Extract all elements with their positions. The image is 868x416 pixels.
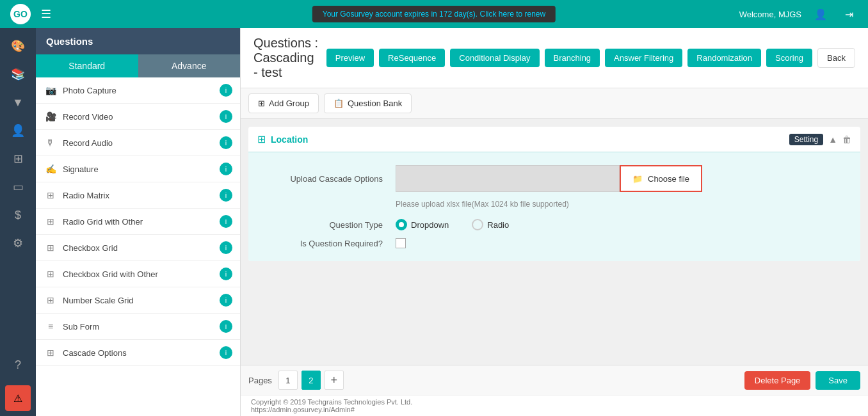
radio-grid-other-info[interactable]: i <box>220 215 232 228</box>
sidebar-item-design[interactable]: 🎨 <box>5 33 31 59</box>
cascade-options-icon: ⊞ <box>44 346 58 360</box>
sub-form-icon: ≡ <box>44 319 58 333</box>
upload-cascade-label: Upload Cascade Options <box>268 174 396 184</box>
setting-badge: Setting <box>789 134 823 145</box>
sidebar-item-help[interactable]: ? <box>5 352 31 378</box>
question-type-label: Question Type <box>268 220 396 230</box>
list-item[interactable]: ⊞ Cascade Options i <box>36 340 240 366</box>
sidebar-item-layout[interactable]: ▭ <box>5 174 31 200</box>
list-item[interactable]: ≡ Sub Form i <box>36 314 240 340</box>
list-item[interactable]: 🎥 Record Video i <box>36 104 240 130</box>
sidebar-item-library[interactable]: 📚 <box>5 61 31 87</box>
question-type-options: Dropdown Radio <box>396 219 522 230</box>
question-card-actions: Setting ▲ 🗑 <box>789 134 851 145</box>
question-bank-icon: 📋 <box>334 99 344 108</box>
dropdown-radio[interactable] <box>396 219 407 230</box>
required-row: Is Question Required? <box>268 238 841 248</box>
list-item[interactable]: ⊞ Radio Grid with Other i <box>36 209 240 235</box>
list-item[interactable]: ⊞ Checkbox Grid i <box>36 235 240 261</box>
record-video-icon: 🎥 <box>44 109 58 124</box>
radio-radio[interactable] <box>472 219 483 230</box>
questions-panel: Questions Standard Advance 📷 Photo Captu… <box>36 28 241 416</box>
upload-input[interactable] <box>396 165 620 192</box>
alert-banner: Your Gosurvey account expires in 172 day… <box>312 6 556 22</box>
renew-link[interactable]: Click here to renew <box>479 10 545 19</box>
number-scale-grid-icon: ⊞ <box>44 293 58 307</box>
sub-form-info[interactable]: i <box>220 320 232 333</box>
question-bank-button[interactable]: 📋 Question Bank <box>324 93 412 113</box>
radio-grid-other-icon: ⊞ <box>44 214 58 228</box>
list-item[interactable]: 📷 Photo Capture i <box>36 77 240 104</box>
list-item[interactable]: ⊞ Checkbox Grid with Other i <box>36 261 240 287</box>
page-2[interactable]: 2 <box>301 371 321 390</box>
logout-icon[interactable]: ⇥ <box>840 5 858 23</box>
list-item[interactable]: ⊞ Number Scale Grid i <box>36 287 240 314</box>
record-audio-info[interactable]: i <box>220 136 232 149</box>
scoring-button[interactable]: Scoring <box>766 49 812 67</box>
tab-advance[interactable]: Advance <box>138 54 241 77</box>
photo-capture-info[interactable]: i <box>220 84 232 97</box>
sidebar-item-filter[interactable]: ▼ <box>5 90 31 115</box>
upload-row: Upload Cascade Options 📁 Choose file <box>268 165 841 192</box>
location-icon: ⊞ <box>257 133 266 145</box>
question-card: ⊞ Location Setting ▲ 🗑 Upload Cascade Op… <box>248 127 860 261</box>
page-header: Questions : Cascading - test Preview ReS… <box>241 28 868 88</box>
sidebar-item-billing[interactable]: $ <box>5 202 31 228</box>
folder-icon: 📁 <box>632 174 643 184</box>
welcome-text: Welcome, MJGS <box>739 10 801 19</box>
delete-page-button[interactable]: Delete Page <box>744 371 811 390</box>
preview-button[interactable]: Preview <box>326 49 374 67</box>
choose-file-button[interactable]: 📁 Choose file <box>620 165 702 192</box>
radio-option[interactable]: Radio <box>472 219 509 230</box>
sidebar-item-settings[interactable]: ⚙ <box>5 230 31 256</box>
back-button[interactable]: Back <box>817 48 855 68</box>
randomization-button[interactable]: Randomization <box>687 49 761 67</box>
topbar-right: Welcome, MJGS 👤 ⇥ <box>739 5 858 23</box>
sidebar-item-alert[interactable]: ⚠ <box>5 385 31 411</box>
delete-question-icon[interactable]: 🗑 <box>842 134 851 145</box>
upload-field-group: 📁 Choose file <box>396 165 702 192</box>
checkbox-grid-icon: ⊞ <box>44 241 58 255</box>
upload-hint: Please upload xlsx file(Max 1024 kb file… <box>396 200 841 209</box>
content-area: ⊞ Location Setting ▲ 🗑 Upload Cascade Op… <box>241 119 868 365</box>
required-checkbox[interactable] <box>396 238 406 248</box>
radio-matrix-info[interactable]: i <box>220 189 232 202</box>
copyright-bar: Copyright © 2019 Techgrains Technologies… <box>241 395 868 416</box>
add-page-button[interactable]: + <box>325 371 344 390</box>
resequence-button[interactable]: ReSequence <box>379 49 445 67</box>
add-group-button[interactable]: ⊞ Add Group <box>248 93 319 113</box>
main-layout: 🎨 📚 ▼ 👤 ⊞ ▭ $ ⚙ ? ⚠ Questions Standard A… <box>0 28 868 416</box>
save-button[interactable]: Save <box>816 371 860 390</box>
signature-icon: ✍ <box>44 162 58 176</box>
checkbox-grid-info[interactable]: i <box>220 241 232 254</box>
number-scale-grid-info[interactable]: i <box>220 294 232 307</box>
conditional-display-button[interactable]: Conditional Display <box>450 49 539 67</box>
questions-tabs: Standard Advance <box>36 54 240 77</box>
page-1[interactable]: 1 <box>278 371 298 390</box>
sidebar-item-grid[interactable]: ⊞ <box>5 146 31 172</box>
record-video-info[interactable]: i <box>220 110 232 123</box>
bottom-right-actions: Delete Page Save <box>744 371 860 390</box>
checkbox-grid-other-info[interactable]: i <box>220 268 232 280</box>
sidebar-item-user[interactable]: 👤 <box>5 118 31 143</box>
list-item[interactable]: ⊞ Radio Matrix i <box>36 182 240 209</box>
list-item[interactable]: ✍ Signature i <box>36 156 240 182</box>
menu-icon[interactable]: ☰ <box>41 7 51 21</box>
required-label: Is Question Required? <box>268 239 396 248</box>
signature-info[interactable]: i <box>220 163 232 175</box>
cascade-options-info[interactable]: i <box>220 346 232 359</box>
question-card-title: Location <box>271 134 308 145</box>
answer-filtering-button[interactable]: Answer Filtering <box>605 49 682 67</box>
icon-sidebar: 🎨 📚 ▼ 👤 ⊞ ▭ $ ⚙ ? ⚠ <box>0 28 36 416</box>
bottom-bar: Pages 1 2 + Delete Page Save <box>241 365 868 395</box>
tab-standard[interactable]: Standard <box>36 54 138 77</box>
main-content: Questions : Cascading - test Preview ReS… <box>241 28 868 416</box>
branching-button[interactable]: Branching <box>545 49 600 67</box>
pages-label: Pages <box>248 376 272 385</box>
add-group-icon: ⊞ <box>258 99 265 108</box>
dropdown-option[interactable]: Dropdown <box>396 219 449 230</box>
chevron-up-icon[interactable]: ▲ <box>828 134 837 145</box>
topbar: GO ☰ Your Gosurvey account expires in 17… <box>0 0 868 28</box>
user-icon[interactable]: 👤 <box>812 5 830 23</box>
list-item[interactable]: 🎙 Record Audio i <box>36 130 240 156</box>
